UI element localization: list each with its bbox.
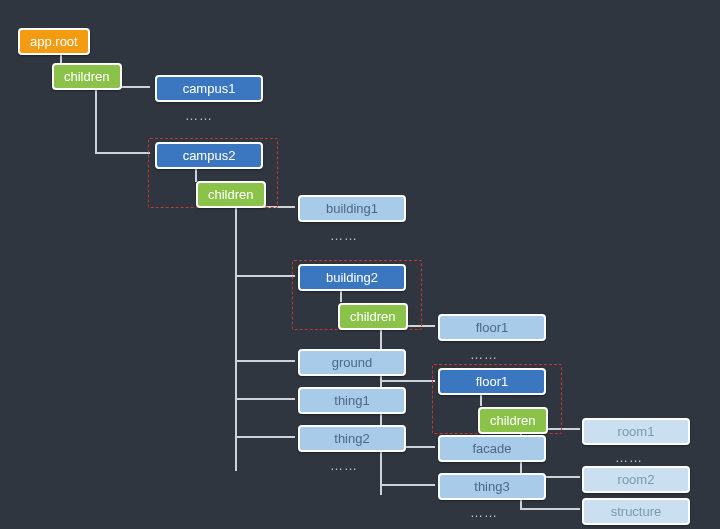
connector	[380, 484, 435, 486]
building1-node: building1	[298, 195, 406, 222]
children-node: children	[52, 63, 122, 90]
connector	[95, 86, 97, 154]
connector	[235, 436, 295, 438]
room1-node: room1	[582, 418, 690, 445]
tree-diagram: app.root children campus1 …… campus2 chi…	[0, 0, 720, 529]
connector	[95, 152, 150, 154]
children-node: children	[196, 181, 266, 208]
ellipsis: ……	[185, 108, 213, 123]
ellipsis: ……	[330, 228, 358, 243]
thing3-node: thing3	[438, 473, 546, 500]
connector	[235, 275, 295, 277]
connector	[380, 380, 435, 382]
connector	[520, 508, 580, 510]
ellipsis: ……	[330, 458, 358, 473]
floor1b-node: floor1	[438, 368, 546, 395]
campus2-node: campus2	[155, 142, 263, 169]
ellipsis: ……	[470, 347, 498, 362]
campus1-node: campus1	[155, 75, 263, 102]
ground-node: ground	[298, 349, 406, 376]
connector	[235, 206, 237, 471]
room2-node: room2	[582, 466, 690, 493]
children-node: children	[478, 407, 548, 434]
floor1a-node: floor1	[438, 314, 546, 341]
structure-node: structure	[582, 498, 690, 525]
root-node: app.root	[18, 28, 90, 55]
thing2-node: thing2	[298, 425, 406, 452]
connector	[235, 360, 295, 362]
connector	[235, 398, 295, 400]
thing1-node: thing1	[298, 387, 406, 414]
facade-node: facade	[438, 435, 546, 462]
building2-node: building2	[298, 264, 406, 291]
ellipsis: ……	[615, 450, 643, 465]
children-node: children	[338, 303, 408, 330]
ellipsis: ……	[470, 505, 498, 520]
